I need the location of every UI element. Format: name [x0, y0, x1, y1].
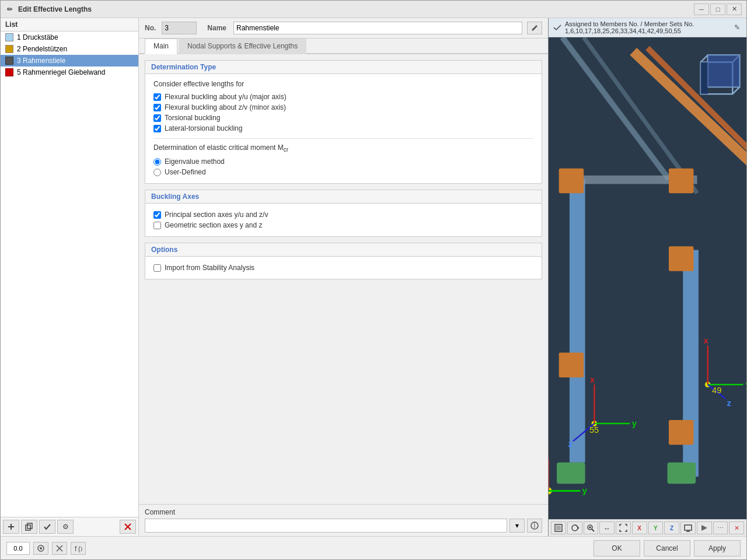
principal-checkbox[interactable]	[153, 211, 161, 219]
view-select-button[interactable]	[551, 522, 566, 534]
assigned-edit-button[interactable]: ✎	[734, 23, 742, 33]
list-item-color	[5, 57, 13, 65]
svg-rect-47	[701, 62, 708, 94]
view-axis-y-button[interactable]: Y	[648, 522, 664, 534]
no-label: No.	[145, 24, 156, 32]
view-rotate-button[interactable]	[567, 522, 582, 534]
options-body: Import from Stability Analysis	[145, 257, 542, 279]
list-item[interactable]: 2 Pendelstützen	[1, 43, 138, 55]
eigenvalue-radio[interactable]	[153, 158, 161, 166]
lateral-label[interactable]: Lateral-torsional buckling	[165, 124, 242, 132]
svg-text:f: f	[75, 545, 77, 552]
geometric-label[interactable]: Geometric section axes y and z	[165, 221, 262, 229]
settings-button[interactable]: ⚙	[57, 520, 74, 534]
tab-nodal[interactable]: Nodal Supports & Effective Lengths	[179, 38, 306, 54]
import-stability-checkbox[interactable]	[153, 264, 161, 272]
new-item-button[interactable]	[3, 520, 19, 534]
name-input[interactable]	[233, 22, 522, 34]
bottom-bar-left: f(x)	[6, 542, 86, 555]
svg-rect-24	[668, 463, 696, 484]
svg-text:55: 55	[589, 425, 599, 435]
principal-label[interactable]: Principal section axes y/u and z/v	[165, 211, 268, 219]
svg-text:49: 49	[712, 386, 721, 395]
function-button[interactable]: f(x)	[71, 542, 86, 555]
svg-text:y: y	[582, 486, 588, 495]
no-input[interactable]	[162, 22, 197, 34]
delete-button[interactable]	[120, 520, 136, 534]
list-footer: ⚙	[1, 517, 138, 536]
grid-button[interactable]	[52, 542, 67, 555]
flex-yu-checkbox[interactable]	[153, 93, 161, 101]
buckling-axes-body: Principal section axes y/u and z/v Geome…	[145, 204, 542, 236]
list-item[interactable]: 1 Druckstäbe	[1, 32, 138, 43]
torsional-checkbox[interactable]	[153, 114, 161, 122]
flex-zv-label[interactable]: Flexural buckling about z/v (minor axis)	[165, 103, 286, 111]
determination-type-section: Determination Type Consider effective le…	[145, 60, 542, 184]
view-display-button[interactable]	[680, 522, 696, 534]
svg-rect-46	[708, 55, 740, 87]
list-item[interactable]: 5 Rahmenriegel Giebelwand	[1, 66, 138, 78]
view-more-button[interactable]: ⋯	[713, 522, 728, 534]
ok-button[interactable]: OK	[594, 540, 640, 556]
view-panel: Assigned to Members No. / Member Sets No…	[548, 18, 746, 536]
apply-button[interactable]: Apply	[694, 540, 741, 556]
assign-icon	[553, 23, 561, 32]
list-items: 1 Druckstäbe 2 Pendelstützen 3 Rahmensti…	[1, 32, 138, 517]
main-tab-content: Determination Type Consider effective le…	[139, 54, 548, 504]
svg-rect-72	[685, 525, 692, 530]
list-item-selected[interactable]: 3 Rahmenstiele	[1, 55, 138, 66]
buckling-axes-header: Buckling Axes	[145, 190, 542, 204]
svg-rect-19	[669, 169, 694, 194]
user-defined-radio[interactable]	[153, 169, 161, 176]
user-defined-label[interactable]: User-Defined	[165, 168, 206, 176]
close-button[interactable]: ✕	[727, 4, 742, 15]
view-zoom-button[interactable]	[584, 522, 599, 534]
buckling-axes-section: Buckling Axes Principal section axes y/u…	[145, 190, 542, 237]
snap-button[interactable]	[33, 542, 48, 555]
flex-zv-checkbox[interactable]	[153, 104, 161, 111]
maximize-button[interactable]: □	[710, 4, 725, 15]
comment-dropdown[interactable]: ▾	[509, 519, 525, 533]
geometric-checkbox[interactable]	[153, 222, 161, 229]
title-controls: ─ □ ✕	[694, 4, 742, 15]
view-render-button[interactable]	[697, 522, 712, 534]
cancel-button[interactable]: Cancel	[644, 540, 690, 556]
determination-type-body: Consider effective lengths for Flexural …	[145, 74, 542, 183]
checkbox-lateral: Lateral-torsional buckling	[153, 123, 533, 134]
comment-info-button[interactable]: i	[527, 519, 542, 533]
options-header: Options	[145, 243, 542, 257]
svg-rect-22	[669, 420, 694, 445]
view-axis-x-button[interactable]: X	[632, 522, 647, 534]
list-item-color	[5, 33, 13, 41]
eigenvalue-label[interactable]: Eigenvalue method	[165, 158, 225, 166]
comment-area: Comment ▾ i	[139, 504, 548, 536]
svg-rect-3	[27, 523, 32, 528]
torsional-label[interactable]: Torsional buckling	[165, 114, 220, 122]
checkbox-torsional: Torsional buckling	[153, 113, 533, 123]
view-axis-z-button[interactable]: Z	[664, 522, 679, 534]
coord-input[interactable]	[6, 542, 30, 555]
view-close-button[interactable]: ✕	[729, 522, 744, 534]
view-pan-button[interactable]: ↔	[599, 522, 615, 534]
check-button[interactable]	[39, 520, 55, 534]
duplicate-button[interactable]	[21, 520, 37, 534]
minimize-button[interactable]: ─	[694, 4, 709, 15]
name-label: Name	[207, 24, 226, 32]
svg-text:⚙: ⚙	[62, 523, 69, 531]
comment-input[interactable]	[145, 519, 507, 533]
svg-marker-66	[578, 527, 579, 529]
flex-yu-label[interactable]: Flexural buckling about y/u (major axis)	[165, 93, 287, 101]
svg-line-68	[592, 529, 594, 531]
checkbox-flex-yu: Flexural buckling about y/u (major axis)	[153, 92, 533, 102]
tab-main[interactable]: Main	[145, 38, 177, 54]
assigned-value: 1,6,10,17,18,25,26,33,34,41,42,49,50,55	[565, 27, 730, 34]
view-fit-button[interactable]	[616, 522, 631, 534]
svg-rect-1	[11, 524, 12, 530]
svg-text:i: i	[534, 522, 536, 530]
lateral-checkbox[interactable]	[153, 125, 161, 132]
import-stability-label[interactable]: Import from Stability Analysis	[165, 264, 254, 272]
divider	[153, 138, 533, 139]
svg-rect-2	[26, 525, 30, 530]
name-edit-button[interactable]	[527, 22, 542, 34]
dialog-buttons: OK Cancel Apply	[594, 540, 741, 556]
